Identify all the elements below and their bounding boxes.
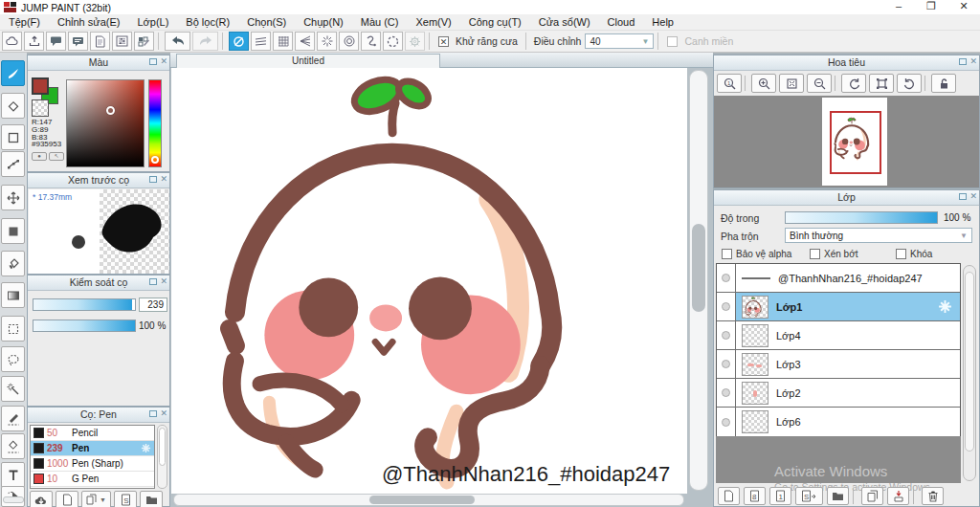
freehand-mode-button[interactable] xyxy=(229,32,249,51)
eraser-tool-button[interactable] xyxy=(1,93,25,119)
brush-row-g-pen[interactable]: 10 G Pen xyxy=(31,472,154,487)
popout-icon[interactable] xyxy=(959,193,967,200)
new-8bit-layer-button[interactable]: 8 xyxy=(744,487,766,505)
new-layer-button[interactable] xyxy=(718,487,740,505)
merge-layer-button[interactable] xyxy=(887,487,909,505)
shape-tool-button[interactable] xyxy=(1,124,25,150)
protect-alpha-checkbox[interactable]: Bảo vệ alpha xyxy=(722,249,791,259)
canvas[interactable]: @ThanhNhan216_#hoidap247 xyxy=(171,68,687,494)
canvas-tab[interactable]: Untitled xyxy=(176,54,440,68)
foreground-color-swatch[interactable] xyxy=(32,77,49,95)
toolstrip-scrollbar[interactable] xyxy=(3,496,24,503)
canvas-vertical-scrollbar[interactable] xyxy=(689,70,708,491)
brush-row-pen[interactable]: 239 Pen xyxy=(31,441,154,456)
menu-capture[interactable]: Chụp(N) xyxy=(295,14,352,31)
close-icon[interactable]: ✕ xyxy=(160,175,167,183)
menu-layer[interactable]: Lớp(L) xyxy=(128,14,177,31)
visibility-toggle[interactable] xyxy=(717,293,736,320)
fill-shape-tool-button[interactable] xyxy=(1,218,25,244)
visibility-toggle[interactable] xyxy=(717,321,736,349)
flip-lock-button[interactable] xyxy=(931,74,956,93)
brush-size-value[interactable]: 239 xyxy=(139,298,167,312)
saturation-marker[interactable] xyxy=(106,106,115,115)
redo-button[interactable] xyxy=(192,32,218,51)
visibility-toggle[interactable] xyxy=(717,350,736,378)
menu-select[interactable]: Chọn(S) xyxy=(238,14,295,31)
perspective-button[interactable] xyxy=(295,32,315,51)
zoom-out-button[interactable] xyxy=(807,74,832,93)
transfer-layer-button[interactable]: S xyxy=(795,487,823,505)
parallel-lines-button[interactable] xyxy=(251,32,271,51)
hue-marker[interactable] xyxy=(151,156,159,164)
layer-row-lop6[interactable]: Lớp6 xyxy=(717,408,960,436)
saturation-square[interactable] xyxy=(66,79,145,167)
delete-layer-button[interactable] xyxy=(922,487,944,505)
move-tool-button[interactable] xyxy=(1,185,25,210)
menu-edit[interactable]: Chỉnh sửa(E) xyxy=(49,14,128,31)
popout-icon[interactable] xyxy=(149,278,157,285)
menu-file[interactable]: Tệp(F) xyxy=(0,14,49,31)
chat-button[interactable] xyxy=(68,32,88,51)
menu-filter[interactable]: Bộ lọc(R) xyxy=(177,14,238,31)
brush-size-slider[interactable] xyxy=(33,298,136,311)
restore-button[interactable]: ❐ xyxy=(915,0,947,14)
brush-script-button[interactable]: S xyxy=(114,491,137,507)
layer-settings-gear-icon[interactable] xyxy=(938,299,952,314)
magic-wand-tool-button[interactable] xyxy=(1,376,25,402)
duplicate-layer-button[interactable] xyxy=(861,487,883,505)
grid-edit-button[interactable] xyxy=(134,32,154,51)
transparent-color-swatch[interactable] xyxy=(32,99,49,117)
adjust-dropdown[interactable]: 40 ▼ xyxy=(585,33,654,49)
rotate-right-button[interactable] xyxy=(897,74,922,93)
menu-window[interactable]: Cửa sổ(W) xyxy=(530,14,599,31)
hue-bar[interactable] xyxy=(148,79,162,167)
reset-colors-button[interactable]: ↖ xyxy=(49,152,64,161)
layer-row-lop2[interactable]: Lớp2 xyxy=(717,379,960,408)
concentric-circles-button[interactable] xyxy=(339,32,359,51)
layer-row-lop1[interactable]: Lớp1 xyxy=(717,293,960,321)
close-icon[interactable]: ✕ xyxy=(160,277,167,285)
select-pen-tool-button[interactable] xyxy=(1,406,25,431)
bucket-tool-button[interactable] xyxy=(1,251,25,276)
popout-icon[interactable] xyxy=(149,58,157,65)
gear-mode-button[interactable] xyxy=(405,32,425,51)
brush-folder-button[interactable] xyxy=(140,491,163,507)
antialias-checkbox[interactable]: ✕ xyxy=(438,36,449,47)
rotate-left-button[interactable] xyxy=(841,74,866,93)
close-button[interactable]: ✕ xyxy=(947,0,980,14)
radial-lines-button[interactable] xyxy=(317,32,337,51)
comment-button[interactable] xyxy=(46,32,66,51)
brush-list-scrollbar[interactable] xyxy=(157,425,167,489)
visibility-toggle[interactable] xyxy=(717,264,736,292)
lasso-select-tool-button[interactable] xyxy=(1,346,25,372)
navigator-preview[interactable] xyxy=(714,96,979,187)
layer-folder-button[interactable] xyxy=(827,487,849,505)
layer-row-signature[interactable]: @ThanhNhan216_#hoidap247 xyxy=(717,264,960,293)
new-1bit-layer-button[interactable]: 1 xyxy=(769,487,791,505)
menu-view[interactable]: Xem(V) xyxy=(407,14,459,31)
brush-opacity-slider[interactable] xyxy=(33,320,136,332)
menu-cloud[interactable]: Cloud xyxy=(599,14,644,31)
menu-help[interactable]: Help xyxy=(643,14,682,31)
brush-row-pencil[interactable]: 50 Pencil xyxy=(31,426,154,441)
close-icon[interactable]: ✕ xyxy=(160,57,167,65)
menu-color[interactable]: Màu (C) xyxy=(352,14,408,31)
close-icon[interactable]: ✕ xyxy=(969,57,977,65)
lock-checkbox[interactable]: Khóa xyxy=(896,249,932,259)
text-tool-button[interactable] xyxy=(1,462,25,488)
layer-list-scrollbar[interactable] xyxy=(963,265,976,481)
clipping-checkbox[interactable]: Xén bớt xyxy=(810,249,858,259)
layer-opacity-slider[interactable] xyxy=(785,211,938,224)
brush-duplicate-button[interactable]: ▼ xyxy=(81,491,111,507)
cloud-button[interactable] xyxy=(2,32,22,51)
close-icon[interactable]: ✕ xyxy=(969,192,977,200)
document-button[interactable] xyxy=(90,32,110,51)
brush-settings-gear-icon[interactable] xyxy=(141,443,151,453)
undo-button[interactable] xyxy=(165,32,190,51)
layer-row-lop3[interactable]: Lớp3 xyxy=(717,350,960,379)
marquee-select-tool-button[interactable] xyxy=(1,316,25,342)
swap-colors-button[interactable]: ● xyxy=(32,152,47,161)
menu-tools[interactable]: Công cụ(T) xyxy=(460,14,530,31)
minimize-button[interactable]: – xyxy=(882,0,915,14)
zoom-fit-button[interactable] xyxy=(779,74,804,93)
